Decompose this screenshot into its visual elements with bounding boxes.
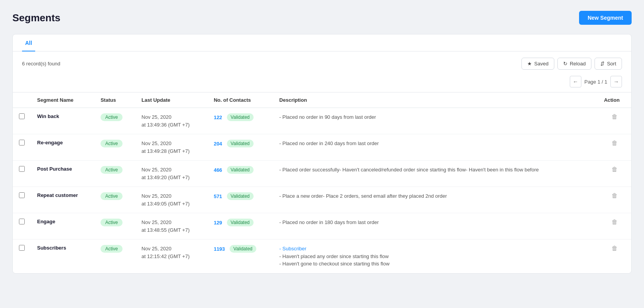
sort-button[interactable]: ⇵ Sort: [595, 58, 622, 70]
delete-icon[interactable]: 🗑: [612, 192, 618, 199]
delete-icon[interactable]: 🗑: [612, 219, 618, 225]
segment-name-cell: Re-engage: [31, 134, 94, 161]
description-cell: - Placed no order in 180 days from last …: [273, 213, 598, 240]
contacts-count: 204: [214, 141, 222, 147]
table-row: SubscribersActiveNov 25, 2020at 12:15:42…: [13, 240, 631, 273]
contacts-cell: 204Validated: [208, 134, 273, 153]
contacts-cell: 571Validated: [208, 187, 273, 205]
row-checkbox-cell: [13, 240, 31, 273]
update-date: Nov 25, 2020: [141, 193, 171, 199]
update-date: Nov 25, 2020: [141, 114, 171, 120]
saved-button[interactable]: ★ Saved: [521, 58, 554, 70]
table-header-row: Segment Name Status Last Update No. of C…: [13, 92, 631, 108]
col-segment-name: Segment Name: [31, 92, 94, 108]
update-time: at 13:49:36 (GMT +7): [141, 122, 189, 128]
segment-name: Post Purchase: [37, 166, 72, 172]
last-update-cell: Nov 25, 2020at 13:49:36 (GMT +7): [135, 108, 208, 134]
last-update-cell: Nov 25, 2020at 13:49:05 (GMT +7): [135, 187, 208, 213]
col-last-update: Last Update: [135, 92, 208, 108]
action-cell: 🗑: [598, 240, 631, 273]
contacts-count: 1193: [214, 246, 225, 252]
segments-table: Segment Name Status Last Update No. of C…: [13, 92, 631, 273]
reload-button[interactable]: ↻ Reload: [557, 58, 591, 70]
contacts-count: 466: [214, 167, 222, 173]
validated-badge: Validated: [227, 113, 254, 121]
next-page-button[interactable]: →: [610, 76, 622, 87]
status-badge: Active: [101, 219, 123, 226]
update-time: at 13:49:20 (GMT +7): [141, 175, 189, 180]
segment-name: Engage: [37, 219, 55, 224]
last-update-cell: Nov 25, 2020at 13:49:28 (GMT +7): [135, 134, 208, 161]
row-checkbox[interactable]: [19, 113, 25, 119]
main-card: All 6 record(s) found ★ Saved ↻ Reload ⇵…: [12, 34, 632, 274]
update-time: at 13:49:05 (GMT +7): [141, 201, 189, 207]
update-date: Nov 25, 2020: [141, 219, 171, 225]
contacts-cell: 466Validated: [208, 161, 273, 179]
validated-badge: Validated: [227, 192, 254, 200]
row-checkbox[interactable]: [19, 166, 25, 172]
reload-icon: ↻: [563, 61, 567, 67]
contacts-cell: 1193Validated: [208, 240, 273, 258]
col-status: Status: [94, 92, 135, 108]
tabs-bar: All: [13, 34, 631, 51]
last-update-cell: Nov 25, 2020at 13:49:20 (GMT +7): [135, 161, 208, 187]
star-icon: ★: [527, 61, 532, 67]
segment-name: Win back: [37, 113, 59, 119]
description-text: - Subscriber: [279, 246, 307, 252]
action-cell: 🗑: [598, 213, 631, 240]
row-checkbox[interactable]: [19, 219, 25, 224]
contacts-count: 122: [214, 115, 222, 120]
sort-icon: ⇵: [600, 61, 605, 67]
description-cell: - Place a new order- Place 2 orders, sen…: [273, 187, 598, 213]
delete-icon[interactable]: 🗑: [612, 113, 618, 120]
description-cell: - Placed order successfully- Haven't can…: [273, 161, 598, 187]
segment-name-cell: Repeat customer: [31, 187, 94, 213]
status-badge: Active: [101, 140, 123, 147]
col-description: Description: [273, 92, 598, 108]
segment-name-cell: Post Purchase: [31, 161, 94, 187]
status-cell: Active: [94, 134, 135, 161]
status-badge: Active: [101, 245, 123, 253]
description-text: - Haven't placed any order since startin…: [279, 253, 389, 259]
row-checkbox[interactable]: [19, 245, 25, 251]
table-row: Post PurchaseActiveNov 25, 2020at 13:49:…: [13, 161, 631, 187]
reload-label: Reload: [570, 61, 586, 67]
status-badge: Active: [101, 166, 123, 174]
new-segment-button[interactable]: New Segment: [579, 11, 632, 25]
action-cell: 🗑: [598, 108, 631, 134]
table-row: Win backActiveNov 25, 2020at 13:49:36 (G…: [13, 108, 631, 134]
col-contacts: No. of Contacts: [208, 92, 273, 108]
records-count: 6 record(s) found: [22, 61, 60, 67]
row-checkbox[interactable]: [19, 192, 25, 198]
page-header: Segments New Segment: [12, 11, 632, 25]
description-text: - Placed no order in 240 days from last …: [279, 140, 379, 146]
last-update-cell: Nov 25, 2020at 12:15:42 (GMT +7): [135, 240, 208, 273]
contacts-count: 571: [214, 193, 222, 199]
page-title: Segments: [12, 12, 60, 24]
contacts-cell: 122Validated: [208, 108, 273, 127]
status-cell: Active: [94, 161, 135, 187]
row-checkbox-cell: [13, 213, 31, 240]
update-time: at 12:15:42 (GMT +7): [141, 253, 189, 259]
status-badge: Active: [101, 192, 123, 200]
description-cell: - Subscriber- Haven't placed any order s…: [273, 240, 598, 273]
row-checkbox[interactable]: [19, 140, 25, 145]
tab-all[interactable]: All: [22, 34, 35, 51]
update-date: Nov 25, 2020: [141, 167, 171, 173]
last-update-cell: Nov 25, 2020at 13:48:55 (GMT +7): [135, 213, 208, 240]
validated-badge: Validated: [227, 219, 254, 226]
table-row: Repeat customerActiveNov 25, 2020at 13:4…: [13, 187, 631, 213]
delete-icon[interactable]: 🗑: [612, 140, 618, 146]
segment-name: Subscribers: [37, 245, 66, 251]
table-row: EngageActiveNov 25, 2020at 13:48:55 (GMT…: [13, 213, 631, 240]
segment-name: Repeat customer: [37, 192, 78, 198]
description-text: - Haven't gone to checkout since startin…: [279, 261, 390, 267]
col-action: Action: [598, 92, 631, 108]
delete-icon[interactable]: 🗑: [612, 245, 618, 252]
sort-label: Sort: [607, 61, 616, 67]
validated-badge: Validated: [230, 245, 256, 253]
saved-label: Saved: [534, 61, 549, 67]
description-text: - Placed order successfully- Haven't can…: [279, 167, 539, 173]
prev-page-button[interactable]: ←: [570, 76, 581, 87]
delete-icon[interactable]: 🗑: [612, 166, 618, 173]
